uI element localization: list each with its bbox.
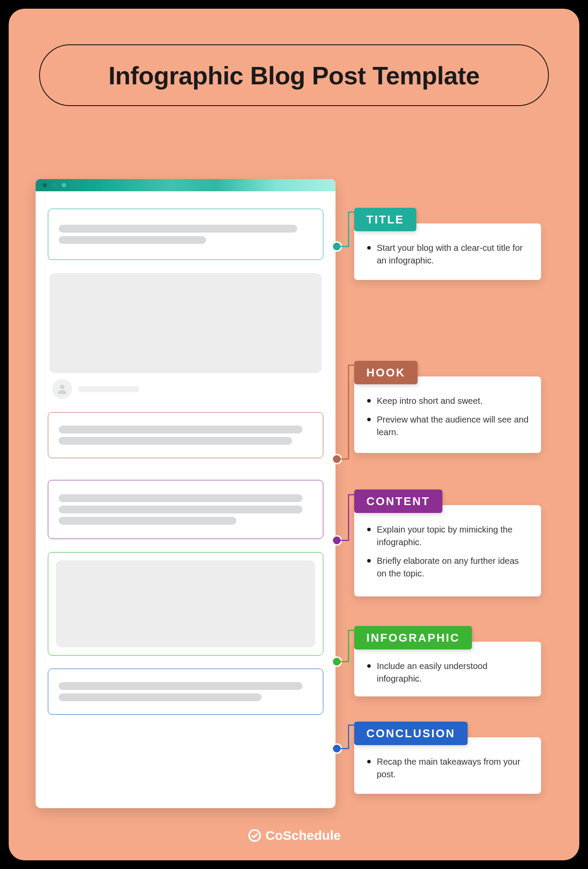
placeholder-line xyxy=(59,437,292,445)
window-dot-min-icon xyxy=(52,183,56,187)
placeholder-line xyxy=(59,693,262,701)
callout-tag-infographic: INFOGRAPHIC xyxy=(354,626,472,649)
callout-label: TITLE xyxy=(366,213,404,226)
callout-list: Keep intro short and sweet. Preview what… xyxy=(365,395,530,439)
connector-dot-content xyxy=(332,535,342,546)
placeholder-line xyxy=(78,386,139,392)
window-dot-max-icon xyxy=(62,183,66,187)
callout-bullet: Explain your topic by mimicking the info… xyxy=(365,523,530,549)
browser-body xyxy=(36,191,336,808)
callout-label: CONTENT xyxy=(366,495,430,508)
callout-label: INFOGRAPHIC xyxy=(366,631,460,645)
author-row xyxy=(52,379,322,399)
placeholder-line xyxy=(59,225,297,233)
mock-section-content xyxy=(48,480,323,539)
mock-section-conclusion xyxy=(48,669,323,715)
callout-infographic: INFOGRAPHIC Include an easily understood… xyxy=(354,642,541,696)
placeholder-line xyxy=(59,494,302,502)
brand-logo-icon xyxy=(247,828,262,843)
connector-dot-conclusion xyxy=(332,743,342,754)
callout-list: Recap the main takeaways from your post. xyxy=(365,756,530,781)
placeholder-line xyxy=(59,517,236,525)
placeholder-line xyxy=(59,506,302,513)
browser-titlebar xyxy=(36,179,336,191)
callout-label: HOOK xyxy=(366,366,405,380)
callout-hook: HOOK Keep intro short and sweet. Preview… xyxy=(354,376,541,453)
window-dot-close-icon xyxy=(43,183,47,187)
callout-tag-hook: HOOK xyxy=(354,361,418,384)
callout-tag-conclusion: CONCLUSION xyxy=(354,722,468,745)
mock-section-hook xyxy=(48,273,323,399)
callout-content: CONTENT Explain your topic by mimicking … xyxy=(354,505,541,596)
placeholder-image xyxy=(50,273,322,373)
mock-section-title xyxy=(48,209,323,260)
placeholder-line xyxy=(59,236,206,244)
callout-label: CONCLUSION xyxy=(366,727,455,740)
callout-title: TITLE Start your blog with a clear-cut t… xyxy=(354,223,541,280)
callout-bullet: Include an easily understood infographic… xyxy=(365,660,530,685)
brand-footer: CoSchedule xyxy=(9,828,579,843)
callout-bullet: Preview what the audience will see and l… xyxy=(365,413,530,439)
callout-list: Start your blog with a clear-cut title f… xyxy=(365,242,530,267)
page-title-pill: Infographic Blog Post Template xyxy=(39,44,549,106)
svg-point-0 xyxy=(60,385,64,389)
callout-list: Include an easily understood infographic… xyxy=(365,660,530,685)
callout-bullet: Start your blog with a clear-cut title f… xyxy=(365,242,530,267)
callout-bullet: Recap the main takeaways from your post. xyxy=(365,756,530,781)
page-title: Infographic Blog Post Template xyxy=(109,61,480,90)
browser-mock xyxy=(36,179,336,808)
connector-dot-infographic xyxy=(332,656,342,667)
callout-bullet: Keep intro short and sweet. xyxy=(365,395,530,407)
connector-dot-title xyxy=(332,241,342,252)
callout-list: Explain your topic by mimicking the info… xyxy=(365,523,530,580)
mock-section-infographic xyxy=(48,552,323,656)
connector-dot-hook xyxy=(332,454,342,464)
callout-conclusion: CONCLUSION Recap the main takeaways from… xyxy=(354,737,541,794)
placeholder-line xyxy=(59,426,302,433)
mock-section-hook-text xyxy=(48,412,323,458)
callout-tag-content: CONTENT xyxy=(354,489,442,513)
placeholder-image xyxy=(56,560,315,647)
callout-bullet: Briefly elaborate on any further ideas o… xyxy=(365,555,530,580)
infographic-frame: Infographic Blog Post Template xyxy=(9,9,579,860)
placeholder-line xyxy=(59,682,302,690)
callout-tag-title: TITLE xyxy=(354,208,416,231)
avatar-icon xyxy=(52,379,72,399)
brand-name: CoSchedule xyxy=(266,828,341,843)
